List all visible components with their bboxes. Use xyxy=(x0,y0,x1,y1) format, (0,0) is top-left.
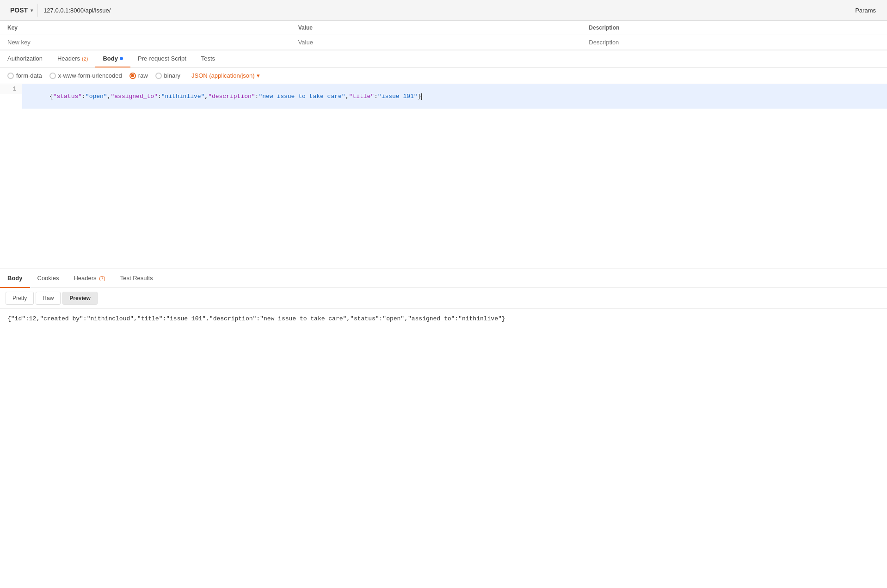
json-type-label: JSON (application/json) xyxy=(191,72,255,79)
value-header: Value xyxy=(298,24,589,31)
val-open: "open" xyxy=(86,93,107,100)
method-chevron-icon: ▾ xyxy=(31,8,33,13)
resp-tab-headers[interactable]: Headers (7) xyxy=(66,269,112,288)
binary-radio[interactable] xyxy=(155,73,162,79)
key-assigned-to: "assigned_to" xyxy=(111,93,157,100)
resp-tab-body[interactable]: Body xyxy=(0,269,30,288)
key-status: "status" xyxy=(53,93,82,100)
tab-pre-request[interactable]: Pre-request Script xyxy=(130,50,194,67)
json-type-selector[interactable]: JSON (application/json) ▾ xyxy=(191,72,260,79)
params-new-row xyxy=(0,35,887,50)
key-description: "description" xyxy=(208,93,255,100)
body-types: form-data x-www-form-urlencoded raw bina… xyxy=(0,67,887,84)
view-tab-preview[interactable]: Preview xyxy=(62,292,97,305)
view-tabs: Pretty Raw Preview xyxy=(0,288,887,309)
params-table: Key Value Description xyxy=(0,21,887,50)
key-title: "title" xyxy=(349,93,374,100)
method-selector[interactable]: POST ▾ xyxy=(6,4,38,17)
params-button[interactable]: Params xyxy=(850,4,881,17)
form-data-option[interactable]: form-data xyxy=(7,72,42,79)
line-number-1: 1 xyxy=(0,84,22,94)
val-title: "issue 101" xyxy=(378,93,418,100)
tab-tests[interactable]: Tests xyxy=(194,50,222,67)
tab-body[interactable]: Body xyxy=(95,50,130,67)
view-tab-raw[interactable]: Raw xyxy=(36,292,61,305)
code-editor[interactable]: 1 {"status":"open","assigned_to":"nithin… xyxy=(0,84,887,269)
line-content-1[interactable]: {"status":"open","assigned_to":"nithinli… xyxy=(22,84,887,109)
headers-badge: (2) xyxy=(82,56,88,61)
binary-option[interactable]: binary xyxy=(155,72,180,79)
url-input[interactable] xyxy=(42,4,850,17)
tab-authorization[interactable]: Authorization xyxy=(0,50,50,67)
request-tabs: Authorization Headers (2) Body Pre-reque… xyxy=(0,50,887,67)
val-description: "new issue to take care" xyxy=(259,93,345,100)
body-dot-icon xyxy=(120,57,123,60)
new-value-input[interactable] xyxy=(298,39,589,46)
open-brace: { xyxy=(49,93,53,100)
new-description-input[interactable] xyxy=(589,39,880,46)
json-chevron-icon: ▾ xyxy=(257,72,260,79)
tab-headers[interactable]: Headers (2) xyxy=(50,50,96,67)
val-nithinlive: "nithinlive" xyxy=(161,93,205,100)
resp-headers-badge: (7) xyxy=(99,276,105,281)
raw-radio[interactable] xyxy=(129,73,136,79)
close-brace: } xyxy=(418,93,421,100)
code-line-1: 1 {"status":"open","assigned_to":"nithin… xyxy=(0,84,887,109)
response-tabs: Body Cookies Headers (7) Test Results xyxy=(0,269,887,288)
cursor xyxy=(421,93,422,100)
form-data-radio[interactable] xyxy=(7,73,14,79)
response-body-text: {"id":12,"created_by":"nithincloud","tit… xyxy=(7,315,505,322)
response-section: Body Cookies Headers (7) Test Results Pr… xyxy=(0,269,887,329)
raw-option[interactable]: raw xyxy=(129,72,148,79)
params-header: Key Value Description xyxy=(0,21,887,35)
resp-tab-cookies[interactable]: Cookies xyxy=(30,269,67,288)
x-www-option[interactable]: x-www-form-urlencoded xyxy=(49,72,122,79)
view-tab-pretty[interactable]: Pretty xyxy=(6,292,34,305)
response-body: {"id":12,"created_by":"nithincloud","tit… xyxy=(0,309,887,329)
url-bar: POST ▾ Params xyxy=(0,0,887,21)
resp-tab-test-results[interactable]: Test Results xyxy=(113,269,160,288)
x-www-radio[interactable] xyxy=(49,73,56,79)
description-header: Description xyxy=(589,24,880,31)
new-key-input[interactable] xyxy=(7,39,298,46)
key-header: Key xyxy=(7,24,298,31)
method-label: POST xyxy=(10,6,28,14)
